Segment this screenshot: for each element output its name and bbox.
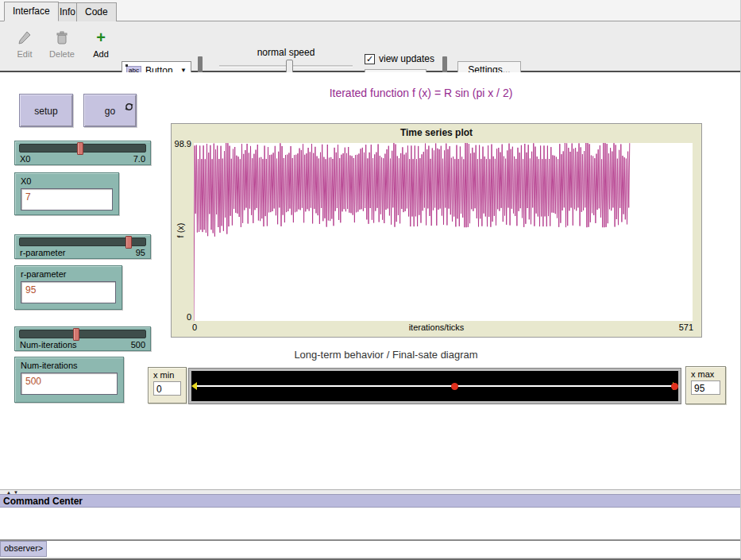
- x-axis-label: iterations/ticks: [172, 322, 701, 332]
- model-title: Iterated function f (x) = R sin (pi x / …: [183, 87, 659, 99]
- slider-r-parameter[interactable]: r-parameter 95: [14, 234, 151, 259]
- x-min-field[interactable]: 0: [153, 381, 181, 396]
- tab-code[interactable]: Code: [76, 2, 117, 21]
- slider-num-iterations[interactable]: Num-iterations 500: [14, 326, 151, 351]
- x-max-label: x max: [691, 369, 720, 379]
- plus-icon: +: [89, 29, 113, 47]
- slider-x0[interactable]: X0 7.0: [14, 141, 151, 165]
- input-num-field[interactable]: 500: [21, 373, 118, 395]
- final-state-heading: Long-term behavior / Final-sate diagram: [148, 349, 624, 361]
- delete-button[interactable]: Delete: [48, 29, 76, 59]
- plot-canvas: [194, 143, 693, 321]
- slider-r-label: r-parameter: [20, 248, 65, 257]
- final-state-dot: [671, 383, 678, 390]
- world-view[interactable]: [189, 369, 681, 404]
- tab-bar: Interface Info Code: [0, 0, 741, 21]
- input-r-parameter: r-parameter 95: [14, 265, 122, 310]
- x-min-label: x min: [153, 370, 181, 380]
- x-max-field[interactable]: 95: [691, 380, 720, 395]
- time-series-line: [194, 143, 693, 321]
- slider-r-value: 95: [136, 248, 145, 257]
- y-axis-max-tick: 98.9: [172, 139, 191, 149]
- axis-line: [193, 385, 677, 387]
- input-x0-label: X0: [21, 176, 113, 186]
- time-series-plot: Time series plot 98.9 0 f (x) 0 iteratio…: [171, 123, 702, 338]
- go-button[interactable]: go: [83, 94, 137, 127]
- slider-track[interactable]: [19, 330, 146, 338]
- slider-num-label: Num-iterations: [20, 340, 77, 350]
- input-x0-field[interactable]: 7: [21, 188, 113, 210]
- speed-label: normal speed: [214, 47, 357, 58]
- edit-label: Edit: [17, 49, 33, 59]
- netlogo-window: Interface Info Code Edit Delete + Add ab…: [0, 0, 741, 560]
- input-x-max: x max 95: [685, 366, 726, 404]
- edit-button[interactable]: Edit: [13, 29, 37, 59]
- forever-icon: [125, 91, 133, 125]
- add-button[interactable]: + Add: [89, 29, 113, 59]
- command-center-prompt-row: observer>: [0, 541, 741, 557]
- observer-prompt[interactable]: observer>: [0, 541, 47, 557]
- trash-icon: [48, 29, 76, 47]
- y-axis-label: f (x): [176, 210, 185, 250]
- slider-track[interactable]: [19, 238, 146, 246]
- slider-thumb[interactable]: [77, 142, 83, 155]
- slider-x0-value: 7.0: [133, 154, 145, 164]
- slider-thumb[interactable]: [125, 236, 132, 249]
- view-updates-label: view updates: [379, 53, 434, 64]
- add-label: Add: [93, 49, 109, 59]
- command-center-output[interactable]: [0, 508, 741, 541]
- y-axis-min-tick: 0: [172, 312, 191, 322]
- final-state-dot: [451, 383, 458, 390]
- speed-slider[interactable]: [219, 65, 353, 68]
- plot-title: Time series plot: [172, 127, 701, 138]
- delete-label: Delete: [49, 49, 75, 59]
- slider-thumb[interactable]: [73, 328, 79, 341]
- go-label: go: [105, 106, 115, 117]
- input-x0: X0 7: [14, 172, 119, 215]
- view-updates-checkbox[interactable]: ✓: [365, 54, 375, 64]
- input-r-label: r-parameter: [21, 269, 116, 279]
- input-num-label: Num-iterations: [21, 361, 118, 370]
- command-input[interactable]: [47, 541, 741, 557]
- interface-canvas: setup go Iterated function f (x) = R sin…: [0, 72, 741, 490]
- slider-x0-label: X0: [20, 154, 30, 164]
- input-x-min: x min 0: [148, 367, 187, 404]
- command-center-header[interactable]: Command Center: [0, 494, 741, 508]
- input-num-iterations: Num-iterations 500: [14, 357, 124, 403]
- input-r-field[interactable]: 95: [21, 281, 116, 303]
- axis-arrow-left-icon: [191, 382, 197, 390]
- slider-track[interactable]: [19, 144, 146, 153]
- x-axis-max-tick: 571: [679, 322, 693, 332]
- tab-interface[interactable]: Interface: [4, 2, 59, 21]
- setup-button[interactable]: setup: [19, 94, 73, 127]
- slider-num-value: 500: [131, 340, 145, 350]
- pencil-icon: [13, 29, 37, 47]
- toolbar: Edit Delete + Add abc Button ▼ normal sp…: [0, 21, 741, 72]
